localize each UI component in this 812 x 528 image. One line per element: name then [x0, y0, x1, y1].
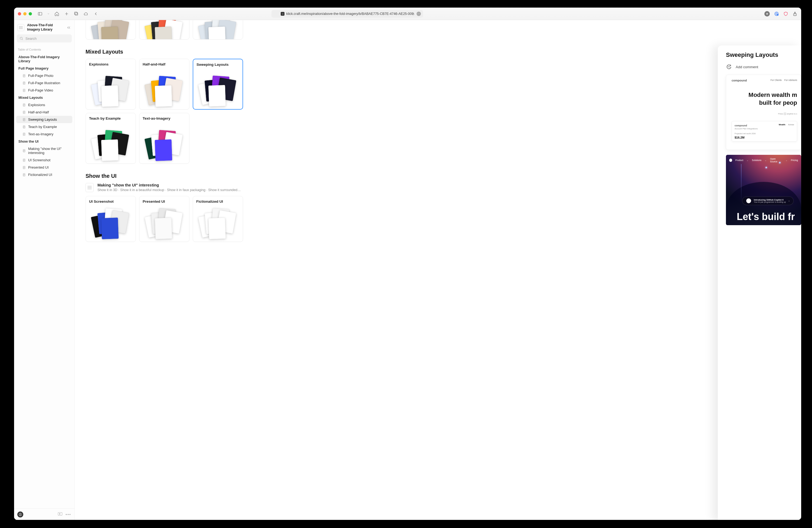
card-teach-by-example[interactable]: Teach by Example: [86, 113, 136, 164]
svg-rect-4: [75, 12, 78, 15]
url-text: klick.craft.me/inspiration/above-the-fol…: [286, 12, 370, 16]
card-half-and-half[interactable]: Half-and-Half: [139, 59, 189, 109]
search-input[interactable]: Search: [17, 34, 72, 43]
toc-item-label: Full-Page Video: [28, 88, 53, 92]
toc-item[interactable]: Full-Page Video: [16, 87, 72, 94]
toc-item[interactable]: Text-as-Imagery: [16, 130, 72, 138]
thumbnail-chip: [208, 85, 226, 107]
toc-item-label: Presented UI: [28, 165, 49, 170]
card-row-show: UI Screenshot Presented UI Fictionalized…: [86, 196, 248, 240]
page-icon: [22, 88, 26, 92]
toc-item[interactable]: Show the UI: [16, 138, 72, 145]
toc-item[interactable]: Half-and-Half: [16, 108, 72, 116]
sidebar: Above-The-Fold Imagery Library Search Ta…: [14, 20, 75, 240]
card-presented-ui[interactable]: Presented UI: [139, 196, 189, 240]
page-icon: [22, 111, 26, 114]
card-row-cutoff: [86, 20, 248, 40]
toc-item-label: Full-Page Illustration: [28, 81, 60, 85]
thumbnail-chip: [208, 27, 226, 40]
toc-item-label: Show the UI: [18, 140, 39, 144]
cloud-tabs-icon[interactable]: [83, 11, 89, 16]
address-bar[interactable]: :: klick.craft.me/inspiration/above-the-…: [272, 10, 370, 18]
fullscreen-window-button[interactable]: [29, 12, 32, 15]
toc-item[interactable]: Above-The-Fold Imagery Library: [16, 53, 72, 65]
section-heading-show: Show the UI: [86, 173, 248, 179]
card-row-mixed-2: Teach by Example Text-as-Imagery: [86, 113, 248, 164]
browser-window: :: klick.craft.me/inspiration/above-the-…: [14, 8, 370, 240]
toc-item-label: Full Page Imagery: [18, 66, 48, 70]
page-icon: [22, 173, 26, 177]
new-tab-icon[interactable]: [64, 11, 69, 16]
card-explosions[interactable]: Explosions: [86, 59, 136, 109]
toc-item[interactable]: Sweeping Layouts: [16, 116, 72, 123]
toc-item-label: Half-and-Half: [28, 110, 49, 114]
toc-item[interactable]: Full Page Imagery: [16, 65, 72, 72]
svg-rect-0: [38, 12, 42, 15]
toc-item-label: Teach by Example: [28, 125, 57, 129]
page-icon: [22, 132, 26, 136]
toc-item[interactable]: Fictionalized UI: [16, 171, 72, 178]
page-icon: [22, 103, 26, 107]
toc-item[interactable]: Full-Page Illustration: [16, 79, 72, 87]
toc-item[interactable]: Making "show the UI" interesting: [16, 145, 72, 157]
toc-item-label: Above-The-Fold Imagery Library: [18, 55, 70, 63]
toc-item[interactable]: Full-Page Photo: [16, 72, 72, 79]
thumbnail-chip: [208, 218, 226, 239]
card-row-mixed-1: Explosions Half-and-Half Sweeping Layout…: [86, 59, 248, 109]
chevron-down-icon[interactable]: [47, 11, 50, 16]
scroll-area[interactable]: Mixed Layouts Explosions Half-and-Half S…: [75, 20, 370, 240]
document-icon: [17, 24, 24, 31]
back-button[interactable]: [93, 11, 99, 16]
toc-item-label: Mixed Layouts: [18, 96, 43, 100]
thumbnail-chip: [155, 140, 172, 161]
sidebar-header: Above-The-Fold Imagery Library: [14, 20, 74, 34]
toc-item[interactable]: UI Screenshot: [16, 157, 72, 164]
collapse-sidebar-icon[interactable]: [66, 25, 71, 30]
toc-item[interactable]: Presented UI: [16, 164, 72, 171]
card-sweeping-layouts[interactable]: Sweeping Layouts: [193, 59, 243, 109]
card-fictionalized-ui[interactable]: Fictionalized UI: [193, 196, 243, 240]
page-icon: [22, 158, 26, 162]
card-title: Half-and-Half: [143, 62, 186, 66]
section-heading-mixed: Mixed Layouts: [86, 49, 248, 55]
content-card[interactable]: [86, 20, 136, 40]
search-placeholder: Search: [26, 36, 37, 41]
content-card[interactable]: [139, 20, 189, 40]
toc-item[interactable]: Explosions: [16, 101, 72, 108]
thumbnail-chip: [155, 27, 172, 40]
close-window-button[interactable]: [18, 12, 21, 15]
page-icon: [22, 149, 26, 152]
page-icon: [22, 118, 26, 121]
sidebar-toggle-icon[interactable]: [37, 11, 43, 16]
thumbnail-chip: [155, 218, 172, 239]
card-text-as-imagery[interactable]: Text-as-Imagery: [139, 113, 189, 164]
card-title: Explosions: [89, 62, 132, 66]
thumbnail-chip: [101, 85, 119, 107]
page-icon: [22, 81, 26, 85]
site-favicon: ::: [281, 12, 285, 16]
page-icon: [86, 183, 93, 192]
content: Mixed Layouts Explosions Half-and-Half S…: [75, 20, 259, 240]
card-title: Fictionalized UI: [196, 200, 240, 204]
home-icon[interactable]: [54, 11, 60, 16]
minimize-window-button[interactable]: [23, 12, 27, 15]
tab-overview-icon[interactable]: [74, 11, 79, 16]
card-title: Text-as-Imagery: [143, 116, 186, 120]
card-title: Presented UI: [143, 200, 186, 204]
page-icon: [22, 125, 26, 129]
list-item[interactable]: Making "show the UI" interesting Show it…: [86, 183, 248, 192]
content-wrap: Mixed Layouts Explosions Half-and-Half S…: [75, 20, 370, 240]
window-controls: [18, 12, 32, 15]
browser-toolbar: :: klick.craft.me/inspiration/above-the-…: [14, 8, 370, 20]
toc-item[interactable]: Mixed Layouts: [16, 94, 72, 101]
svg-rect-5: [74, 12, 77, 15]
thumbnail-chip: [101, 140, 119, 161]
card-ui-screenshot[interactable]: UI Screenshot: [86, 196, 136, 240]
page-body: Above-The-Fold Imagery Library Search Ta…: [14, 20, 370, 240]
toc-item[interactable]: Teach by Example: [16, 123, 72, 130]
card-title: Sweeping Layouts: [197, 62, 239, 67]
content-card[interactable]: [193, 20, 243, 40]
document-title: Above-The-Fold Imagery Library: [27, 23, 63, 32]
page-icon: [22, 166, 26, 170]
toc-item-label: Fictionalized UI: [28, 173, 52, 177]
